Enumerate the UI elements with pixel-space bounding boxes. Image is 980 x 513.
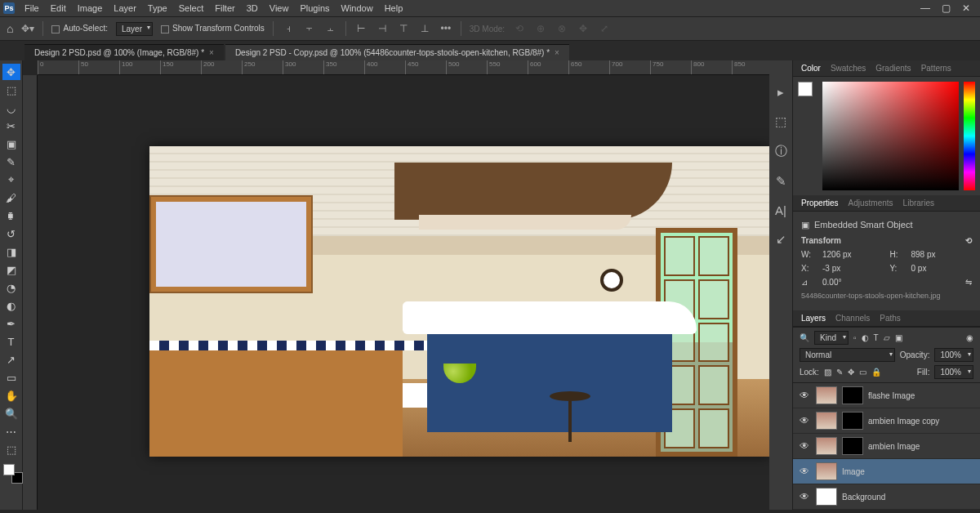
document-tab[interactable]: Design 2 PSD.psd @ 100% (Image, RGB/8#) … — [24, 44, 224, 60]
pen-tool[interactable]: ✒ — [2, 315, 20, 332]
type-tool[interactable]: T — [2, 333, 20, 350]
menu-view[interactable]: View — [265, 2, 294, 15]
filter-image-icon[interactable]: ▫ — [853, 333, 857, 342]
width-value[interactable]: 1206 px — [822, 250, 884, 259]
fill-value[interactable]: 100% — [934, 365, 973, 379]
opacity-value[interactable]: 100% — [934, 348, 973, 362]
tab-libraries[interactable]: Libraries — [903, 199, 934, 207]
tab-gradients[interactable]: Gradients — [875, 64, 911, 73]
lock-paint-icon[interactable]: ✎ — [836, 368, 843, 377]
crop-tool[interactable]: ✂ — [2, 118, 20, 134]
layer-thumbnail[interactable] — [816, 412, 837, 430]
tab-close-icon[interactable]: × — [555, 48, 559, 57]
eraser-tool[interactable]: ◨ — [2, 243, 20, 260]
horizontal-ruler[interactable]: 0501001502002503003504004505005506006507… — [38, 60, 769, 75]
document-tab[interactable]: Design 2 PSD - Copy.psd @ 100% (54486cou… — [225, 44, 569, 60]
align-right-icon[interactable]: ⊤ — [397, 22, 410, 35]
visibility-icon[interactable]: 👁 — [800, 440, 811, 452]
move-tool-icon[interactable]: ✥▾ — [21, 22, 34, 35]
tab-properties[interactable]: Properties — [801, 199, 839, 207]
color-swatch[interactable] — [3, 464, 20, 480]
layer-row[interactable]: 👁Image — [793, 459, 980, 484]
color-picker-rect[interactable] — [822, 82, 959, 190]
canvas[interactable] — [149, 146, 769, 457]
filter-adjust-icon[interactable]: ◐ — [862, 333, 869, 342]
eyedropper-tool[interactable]: ✎ — [2, 154, 20, 170]
lock-pixels-icon[interactable]: ▨ — [824, 368, 831, 377]
height-value[interactable]: 898 px — [911, 250, 973, 259]
more-tools[interactable]: ⋯ — [2, 423, 20, 439]
menu-image[interactable]: Image — [73, 2, 108, 15]
character-panel-icon[interactable]: A| — [775, 203, 786, 217]
color-fg-swatch[interactable] — [798, 82, 813, 96]
hand-tool[interactable]: ✋ — [2, 387, 20, 404]
lock-all-icon[interactable]: 🔒 — [871, 368, 881, 377]
tab-channels[interactable]: Channels — [835, 314, 870, 323]
tab-layers[interactable]: Layers — [801, 314, 826, 323]
menu-3d[interactable]: 3D — [242, 2, 263, 15]
marquee-tool[interactable]: ⬚ — [2, 82, 20, 98]
auto-select-dropdown[interactable]: Layer — [116, 22, 153, 36]
layer-thumbnail[interactable] — [816, 462, 837, 480]
paragraph-panel-icon[interactable]: ↙ — [776, 232, 786, 247]
tab-adjustments[interactable]: Adjustments — [849, 199, 893, 207]
y-value[interactable]: 0 px — [911, 264, 973, 273]
angle-value[interactable]: 0.00° — [822, 278, 959, 287]
info-panel-icon[interactable]: ⓘ — [775, 144, 787, 159]
move-tool[interactable]: ✥ — [2, 64, 20, 80]
layer-row[interactable]: 👁flashe Image — [793, 383, 980, 408]
menu-plugins[interactable]: Plugins — [295, 2, 334, 15]
blur-tool[interactable]: ◔ — [2, 279, 20, 296]
layer-thumbnail[interactable] — [816, 437, 837, 455]
history-panel-icon[interactable]: ▸ — [777, 85, 784, 100]
blend-mode-dropdown[interactable]: Normal — [800, 348, 895, 362]
visibility-icon[interactable]: 👁 — [800, 415, 811, 426]
filter-type-icon[interactable]: T — [874, 333, 879, 342]
align-hcenter-icon[interactable]: ⊣ — [376, 22, 389, 35]
filter-smart-icon[interactable]: ▣ — [895, 333, 902, 342]
heal-tool[interactable]: ⌖ — [2, 172, 20, 188]
layer-name[interactable]: ambien Image copy — [868, 417, 939, 426]
layer-row[interactable]: 👁Background — [793, 484, 980, 510]
tab-patterns[interactable]: Patterns — [921, 64, 951, 73]
foreground-color[interactable] — [3, 464, 15, 475]
menu-window[interactable]: Window — [336, 2, 378, 15]
align-left-icon[interactable]: ⊢ — [354, 22, 368, 35]
menu-layer[interactable]: Layer — [109, 2, 141, 15]
menu-filter[interactable]: Filter — [210, 2, 239, 15]
brushes-panel-icon[interactable]: ✎ — [776, 174, 786, 189]
shape-tool[interactable]: ▭ — [2, 369, 20, 386]
menu-help[interactable]: Help — [380, 2, 408, 15]
align-top-icon[interactable]: ⫞ — [282, 22, 295, 35]
maximize-button[interactable]: ▢ — [942, 2, 951, 14]
brush-tool[interactable]: 🖌 — [2, 190, 20, 206]
home-icon[interactable]: ⌂ — [7, 22, 13, 35]
filter-toggle[interactable]: ◉ — [966, 333, 973, 342]
distribute-icon[interactable]: ⊥ — [418, 22, 431, 35]
auto-select-checkbox[interactable]: Auto-Select: — [51, 24, 107, 33]
stamp-tool[interactable]: ⧯ — [2, 207, 20, 224]
lasso-tool[interactable]: ◡ — [2, 100, 20, 116]
more-align-icon[interactable]: ••• — [439, 22, 452, 35]
menu-file[interactable]: File — [20, 2, 44, 15]
frame-tool[interactable]: ▣ — [2, 136, 20, 152]
path-tool[interactable]: ↗ — [2, 351, 20, 368]
tab-paths[interactable]: Paths — [880, 314, 901, 323]
menu-edit[interactable]: Edit — [46, 2, 71, 15]
layer-row[interactable]: 👁ambien Image copy — [793, 408, 980, 434]
filter-kind-dropdown[interactable]: Kind — [814, 331, 849, 345]
tab-color[interactable]: Color — [801, 64, 821, 73]
x-value[interactable]: -3 px — [822, 264, 884, 273]
history-brush-tool[interactable]: ↺ — [2, 225, 20, 242]
vertical-ruler[interactable] — [23, 75, 38, 510]
show-transform-checkbox[interactable]: Show Transform Controls — [161, 24, 265, 33]
lock-artboard-icon[interactable]: ▭ — [859, 368, 866, 377]
align-bottom-icon[interactable]: ⫠ — [324, 22, 337, 35]
layer-thumbnail[interactable] — [816, 488, 837, 506]
flip-h-icon[interactable]: ⇋ — [965, 278, 972, 287]
layer-name[interactable]: ambien Image — [868, 442, 920, 451]
layer-name[interactable]: flashe Image — [868, 391, 915, 400]
tab-close-icon[interactable]: × — [209, 48, 214, 57]
layer-mask-thumbnail[interactable] — [842, 412, 863, 430]
zoom-tool[interactable]: 🔍 — [2, 405, 20, 422]
